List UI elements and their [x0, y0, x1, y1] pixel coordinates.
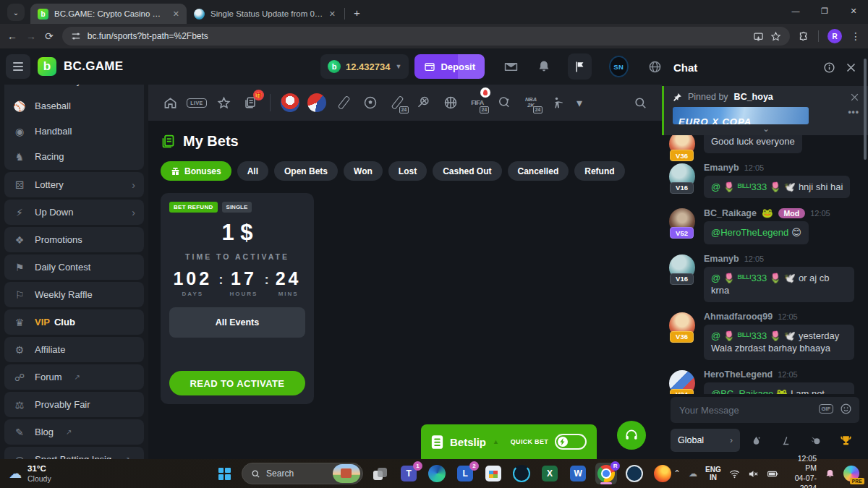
home-icon[interactable] [160, 92, 180, 114]
quest-flag-button[interactable] [568, 53, 592, 80]
pinned-banner-image[interactable]: EURO X COPA [673, 107, 809, 124]
copa-tournament-icon[interactable] [307, 92, 327, 114]
sidebar-item-blog[interactable]: ✎Blog↗ [4, 419, 144, 445]
taskbar-search[interactable]: Search [242, 463, 363, 484]
tab-status-update[interactable]: Single Status Update from 07/0 ✕ [187, 4, 343, 24]
sidebar-item-provably-fair[interactable]: ⚖Provably Fair [4, 392, 144, 417]
username[interactable]: Ahmadfarooq99 [704, 312, 773, 322]
rules-slash-icon[interactable] [773, 435, 799, 446]
user-mention[interactable]: @ 🌷 ᴮᴵᴸᴸᴵ333 🌷 🕊️ [711, 273, 796, 283]
browser-menu-icon[interactable]: ⋮ [851, 30, 861, 42]
live-sports-icon[interactable]: LIVE [187, 92, 207, 114]
close-tab-icon[interactable]: ✕ [329, 9, 336, 19]
deposit-button[interactable]: Deposit [414, 54, 485, 79]
username[interactable]: BC_Raikage [704, 208, 757, 218]
notification-bell-icon[interactable] [825, 468, 835, 479]
filter-cashed-out[interactable]: Cashed Out [433, 161, 501, 181]
bcgame-logo-text[interactable]: BC.GAME [64, 59, 123, 74]
firefox-icon[interactable] [652, 463, 673, 484]
battery-icon[interactable] [767, 468, 779, 479]
url-text[interactable]: bc.fun/sports?bt-path=%2Fbets [88, 31, 746, 41]
volume-muted-icon[interactable] [748, 468, 759, 479]
nba2k-24-icon[interactable]: NBA2K 24 [521, 92, 541, 114]
notifications-bell-icon[interactable] [537, 60, 550, 73]
hamburger-menu-button[interactable] [6, 54, 30, 79]
pinned-expand-icon[interactable]: ⌄ [673, 125, 859, 133]
sidebar-item-lottery[interactable]: ⚄Lottery› [4, 172, 144, 197]
tennis-icon[interactable] [414, 92, 434, 114]
chat-info-icon[interactable] [823, 61, 835, 74]
support-button[interactable] [617, 421, 646, 450]
sidebar-item-sport-betting-insights[interactable]: ◎Sport Betting Insig↗ [4, 447, 144, 459]
euro-tournament-icon[interactable] [280, 92, 300, 114]
close-tab-icon[interactable]: ✕ [173, 9, 179, 19]
chat-close-icon[interactable] [846, 62, 856, 73]
filter-bonuses[interactable]: Bonuses [161, 161, 231, 181]
counter-strike-icon[interactable] [548, 92, 568, 114]
quick-bet-toggle[interactable] [555, 434, 587, 450]
user-mention[interactable]: @HeroTheLegend [711, 227, 788, 238]
excel-icon[interactable]: X [539, 463, 561, 484]
filter-open-bets[interactable]: Open Bets [274, 161, 338, 181]
username[interactable]: Emanyb [704, 254, 739, 264]
bcgame-logo-icon[interactable]: b [38, 57, 56, 76]
user-mention[interactable]: @ 🌷 ᴮᴵᴸᴸᴵ333 🌷 🕊️ [711, 181, 796, 192]
filter-all[interactable]: All [237, 161, 268, 181]
sidebar-item-daily-contest[interactable]: ⚑Daily Contest [4, 254, 144, 280]
emoji-picker-icon[interactable] [840, 403, 852, 415]
taskbar-clock[interactable]: 12:05 PM04-07-2024 [787, 454, 817, 488]
onedrive-cloud-icon[interactable]: ☁ [689, 468, 697, 479]
filter-refund[interactable]: Refund [574, 161, 624, 181]
language-indicator[interactable]: ENGIN [705, 466, 721, 482]
table-tennis-icon[interactable] [494, 92, 514, 114]
sidebar-item-baseball[interactable]: ⚾Baseball [4, 93, 144, 119]
fifa-24-icon[interactable]: FIFA 24 [467, 92, 488, 114]
maximize-button[interactable]: ❐ [810, 0, 839, 22]
blue-app-icon[interactable] [624, 463, 645, 484]
minimize-button[interactable]: — [781, 0, 810, 22]
filter-cancelled[interactable]: Cancelled [508, 161, 569, 181]
reload-button[interactable]: ⟳ [45, 30, 54, 42]
comet-icon[interactable] [803, 435, 830, 446]
new-tab-button[interactable]: + [354, 7, 360, 19]
chrome-icon[interactable]: R [595, 463, 617, 484]
site-settings-icon[interactable] [71, 31, 81, 41]
bookmark-star-icon[interactable] [770, 31, 781, 42]
user-avatar[interactable]: SN [609, 56, 629, 77]
favorites-star-icon[interactable] [213, 92, 234, 114]
cricket-24-icon[interactable]: 24 [387, 92, 407, 114]
tab-search-button[interactable]: ⌄ [7, 4, 25, 21]
tab-bcgame[interactable]: b BC.GAME: Crypto Casino Game ✕ [30, 4, 187, 24]
sidebar-item-promotions[interactable]: ❖Promotions [4, 227, 144, 252]
cast-icon[interactable] [753, 31, 764, 42]
pinned-close-icon[interactable] [850, 93, 859, 102]
soccer-icon[interactable] [360, 92, 380, 114]
wifi-icon[interactable] [729, 468, 740, 479]
user-mention[interactable]: @BC_Raikage 🐸 [711, 388, 788, 394]
gif-picker-icon[interactable]: GIF [819, 404, 834, 414]
read-to-activate-button[interactable]: READ TO ACTIVATE [169, 371, 305, 395]
all-events-button[interactable]: All Events [169, 307, 305, 338]
sidebar-item-racing[interactable]: ♞Racing [4, 144, 144, 169]
chat-scrollbar[interactable] [864, 59, 867, 160]
betslip-bar[interactable]: Betslip ▲ QUICK BET [421, 424, 597, 459]
extensions-icon[interactable] [799, 31, 809, 42]
trophy-icon[interactable] [833, 435, 859, 447]
user-mention[interactable]: @ 🌷 ᴮᴵᴸᴸᴵ333 🌷 🕊️ [711, 330, 796, 341]
sidebar-item-forum[interactable]: ☍Forum↗ [4, 364, 144, 390]
rain-drop-icon[interactable] [743, 435, 770, 446]
sidebar-item-affiliate[interactable]: ⚙Affiliate [4, 337, 144, 362]
my-bets-icon[interactable]: 🎁 [240, 92, 260, 114]
microsoft-store-icon[interactable] [482, 463, 504, 484]
sidebar-item-ice-hockey[interactable]: ✦Ice Hockey [4, 85, 144, 93]
sidebar-item-up-down[interactable]: ⚡Up Down› [4, 200, 144, 225]
alexa-icon[interactable] [511, 463, 532, 484]
sidebar-item-vip-club[interactable]: ♛VIPClub [4, 309, 144, 335]
edge-icon[interactable] [426, 463, 448, 484]
cricket-icon[interactable] [333, 92, 354, 114]
sidebar-item-weekly-raffle[interactable]: ⚐Weekly Raffle [4, 282, 144, 307]
filter-lost[interactable]: Lost [388, 161, 427, 181]
address-bar[interactable]: bc.fun/sports?bt-path=%2Fbets [62, 27, 790, 46]
username[interactable]: Emanyb [704, 163, 739, 173]
username[interactable]: HeroTheLegend [704, 369, 773, 380]
